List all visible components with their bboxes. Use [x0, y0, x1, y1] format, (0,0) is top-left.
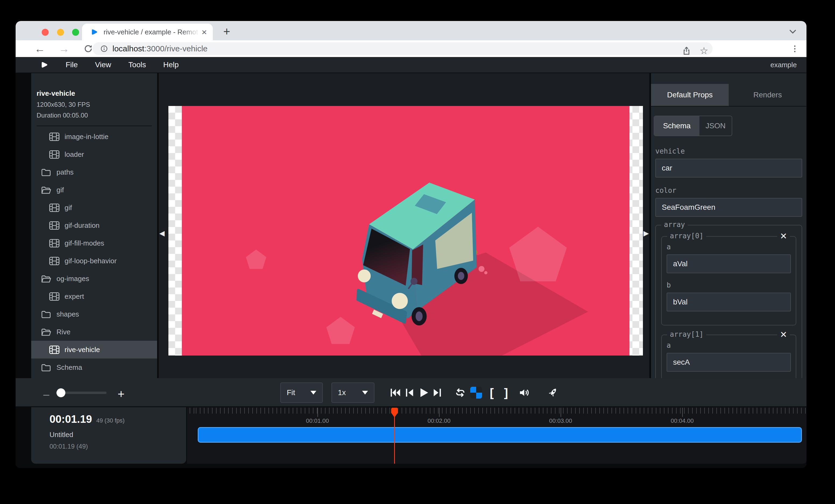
folder-open-icon: [41, 186, 52, 194]
browser-toolbar: ← → localhost:3000/rive-vehicle ☆: [16, 40, 807, 57]
skip-to-end-button[interactable]: [431, 387, 443, 399]
vehicle-input[interactable]: car: [655, 159, 802, 177]
bookmark-star-icon[interactable]: ☆: [699, 46, 709, 56]
traffic-minimize-button[interactable]: [57, 29, 64, 36]
folder-open-icon: [41, 274, 52, 283]
current-timecode: 00:01.19: [49, 413, 92, 425]
sidebar-item-loader[interactable]: loader: [31, 146, 157, 163]
render-rocket-button[interactable]: [547, 387, 559, 399]
tab-renders[interactable]: Renders: [729, 84, 807, 106]
collapse-left-panel-icon[interactable]: ◀: [159, 229, 165, 237]
mute-toggle-button[interactable]: [518, 387, 530, 399]
zoom-slider-knob[interactable]: [57, 388, 65, 397]
browser-window: rive-vehicle / example - Remot × + ← → l…: [16, 21, 807, 468]
ruler-major-tick: [318, 408, 318, 417]
sidebar-folder-rive[interactable]: Rive: [31, 323, 157, 341]
play-button[interactable]: [418, 387, 429, 399]
loop-toggle-button[interactable]: [454, 387, 466, 399]
field-label-a: a: [667, 242, 791, 252]
skip-to-start-button[interactable]: [389, 387, 401, 399]
project-info: rive-vehicle 1200x630, 30 FPS Duration 0…: [31, 73, 157, 126]
zoom-in-button[interactable]: +: [116, 387, 126, 401]
array-item-1: array[1] ✕ a secA b: [661, 335, 796, 378]
back-button[interactable]: ←: [32, 40, 47, 57]
traffic-zoom-button[interactable]: [72, 29, 79, 36]
film-icon: [49, 150, 60, 159]
timeline-ruler[interactable]: [187, 408, 807, 414]
sidebar-folder-schema[interactable]: Schema: [31, 358, 157, 376]
remotion-logo-icon[interactable]: [40, 61, 48, 69]
fit-select[interactable]: Fit: [280, 382, 323, 403]
array-fieldset: array array[0] ✕ a aVal b bVal array[1] …: [655, 225, 802, 378]
chevron-down-icon: [310, 391, 317, 395]
zoom-out-button[interactable]: –: [41, 388, 51, 400]
sidebar-item-gif-fill-modes[interactable]: gif-fill-modes: [31, 234, 157, 252]
sidebar-item-image-in-lottie[interactable]: image-in-lottie: [31, 128, 157, 146]
array-item-1-label: array[1]: [667, 330, 706, 338]
menu-help[interactable]: Help: [163, 61, 179, 69]
project-name-label: example: [770, 61, 797, 69]
remove-array-item-icon[interactable]: ✕: [777, 231, 790, 241]
chevron-down-icon: [362, 391, 368, 395]
folder-icon: [41, 168, 52, 177]
color-input[interactable]: SeaFoamGreen: [655, 198, 802, 217]
desktop: rive-vehicle / example - Remot × + ← → l…: [0, 0, 835, 504]
array-0-a-input[interactable]: aVal: [667, 254, 791, 273]
remove-array-item-icon[interactable]: ✕: [777, 330, 790, 339]
sidebar-item-gif[interactable]: gif: [31, 199, 157, 216]
tab-close-icon[interactable]: ×: [202, 27, 207, 37]
share-icon[interactable]: [682, 46, 691, 56]
speed-select[interactable]: 1x: [331, 382, 374, 403]
sidebar-item-gif-loop-behavior[interactable]: gif-loop-behavior: [31, 252, 157, 270]
new-tab-button[interactable]: +: [223, 25, 230, 38]
field-label-vehicle: vehicle: [655, 146, 802, 156]
ruler-label: 00:02.00: [418, 417, 461, 424]
tab-default-props[interactable]: Default Props: [651, 84, 729, 106]
ruler-major-tick: [439, 408, 440, 417]
toggle-schema[interactable]: Schema: [654, 116, 699, 135]
url-host: localhost: [113, 44, 144, 53]
field-label-a: a: [667, 340, 791, 350]
menu-file[interactable]: File: [66, 61, 78, 69]
film-icon: [49, 203, 60, 212]
toggle-json[interactable]: JSON: [699, 116, 732, 135]
film-icon: [49, 239, 60, 248]
array-1-a-input[interactable]: secA: [667, 353, 791, 372]
menu-tools[interactable]: Tools: [128, 61, 146, 69]
ruler-major-tick: [561, 408, 561, 417]
array-0-b-input[interactable]: bVal: [667, 293, 791, 311]
in-point-button[interactable]: [: [488, 387, 496, 399]
composition-title: rive-vehicle: [37, 89, 152, 98]
sidebar-item-expert[interactable]: expert: [31, 288, 157, 305]
forward-button[interactable]: →: [57, 40, 72, 57]
browser-tabstrip: rive-vehicle / example - Remot × +: [16, 21, 807, 40]
out-point-button[interactable]: ]: [502, 387, 510, 399]
browser-menu-icon[interactable]: [790, 44, 799, 54]
film-icon: [49, 256, 60, 266]
site-info-icon[interactable]: [100, 45, 108, 53]
folder-open-icon: [41, 328, 52, 336]
browser-tab[interactable]: rive-vehicle / example - Remot ×: [82, 24, 213, 40]
sidebar-item-gif-duration[interactable]: gif-duration: [31, 216, 157, 234]
collapse-right-panel-icon[interactable]: ▶: [644, 229, 649, 237]
previous-frame-button[interactable]: [404, 387, 415, 399]
address-bar[interactable]: localhost:3000/rive-vehicle ☆: [93, 42, 713, 55]
schema-json-toggle: Schema JSON: [654, 115, 732, 136]
sidebar-item-rive-vehicle[interactable]: rive-vehicle: [31, 341, 157, 358]
sidebar-folder-paths[interactable]: paths: [31, 163, 157, 181]
composition-canvas[interactable]: [168, 106, 643, 356]
playhead-handle[interactable]: [391, 408, 398, 417]
film-icon: [49, 345, 60, 354]
transparency-checkerboard-toggle[interactable]: [470, 387, 482, 399]
menu-view[interactable]: View: [95, 61, 111, 69]
sidebar-folder-og-images[interactable]: og-images: [31, 270, 157, 288]
compositions-sidebar: rive-vehicle 1200x630, 30 FPS Duration 0…: [31, 73, 157, 378]
studio-menubar: File View Tools Help example: [16, 57, 807, 73]
sidebar-folder-shapes[interactable]: shapes: [31, 305, 157, 323]
sidebar-folder-gif[interactable]: gif: [31, 181, 157, 199]
composition-meta: 1200x630, 30 FPS: [37, 101, 152, 108]
timeline-track-area[interactable]: 00:01.00 00:02.00 00:03.00 00:04.00: [187, 407, 807, 464]
timeline-track-bar[interactable]: [198, 427, 802, 443]
traffic-close-button[interactable]: [42, 29, 49, 36]
tab-search-chevron-icon[interactable]: [788, 27, 797, 36]
